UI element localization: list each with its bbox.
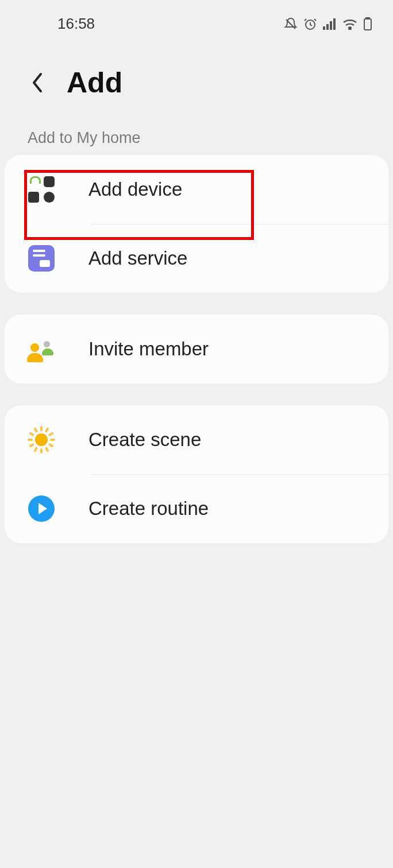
- svg-rect-1: [323, 26, 325, 30]
- svg-point-5: [349, 28, 350, 30]
- menu-group-3: Create scene Create routine: [5, 405, 388, 543]
- battery-icon: [363, 17, 372, 31]
- wifi-icon: [342, 18, 357, 30]
- add-service-icon: [24, 241, 59, 276]
- create-scene-icon: [24, 423, 59, 457]
- menu-item-label: Create scene: [88, 429, 201, 451]
- menu-item-add-device[interactable]: Add device: [5, 155, 388, 224]
- invite-member-icon: [24, 332, 59, 366]
- alarm-icon: [303, 17, 317, 31]
- menu-item-label: Invite member: [88, 338, 209, 360]
- page-header: Add: [0, 38, 393, 113]
- bell-silent-icon: [284, 17, 298, 31]
- menu-item-label: Create routine: [88, 498, 209, 520]
- svg-rect-7: [366, 17, 369, 19]
- status-time: 16:58: [57, 15, 95, 33]
- status-bar: 16:58: [0, 0, 393, 38]
- menu-item-invite-member[interactable]: Invite member: [5, 315, 388, 383]
- status-icons: [284, 17, 372, 31]
- menu-item-create-scene[interactable]: Create scene: [5, 405, 388, 474]
- menu-item-label: Add device: [88, 179, 182, 200]
- section-label: Add to My home: [0, 113, 393, 155]
- menu-item-add-service[interactable]: Add service: [5, 224, 388, 293]
- menu-group-2: Invite member: [5, 315, 388, 383]
- menu-item-create-routine[interactable]: Create routine: [5, 474, 388, 543]
- menu-item-label: Add service: [88, 247, 187, 269]
- svg-rect-4: [333, 18, 336, 30]
- signal-icon: [323, 18, 337, 30]
- add-device-icon: [24, 172, 59, 207]
- chevron-left-icon: [30, 72, 44, 94]
- svg-rect-2: [326, 24, 329, 30]
- svg-rect-3: [330, 21, 332, 30]
- menu-group-1: Add device Add service: [5, 155, 388, 293]
- page-title: Add: [67, 66, 122, 99]
- svg-rect-6: [364, 19, 371, 30]
- back-button[interactable]: [24, 69, 51, 96]
- create-routine-icon: [24, 491, 59, 526]
